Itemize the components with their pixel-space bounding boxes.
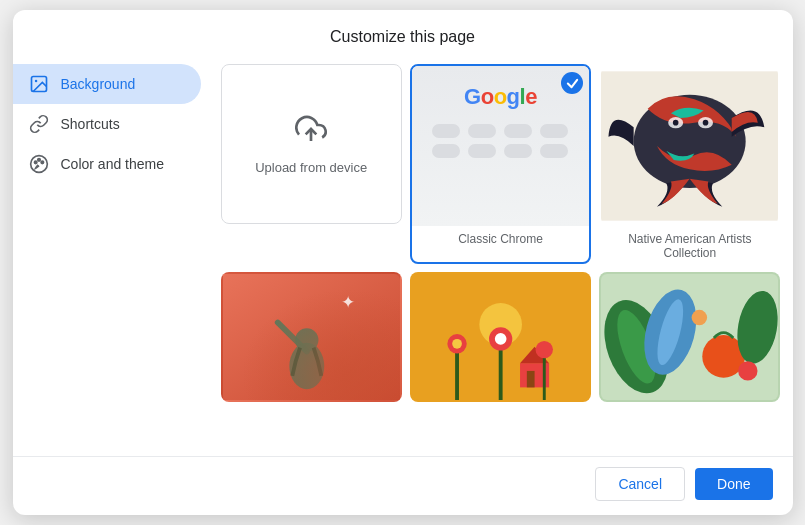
thumb-green-cell[interactable] (599, 272, 780, 402)
svg-point-25 (495, 333, 507, 345)
shortcut-dots (424, 124, 577, 158)
background-grid: Upload from device Google (221, 64, 781, 402)
selected-check-badge (561, 72, 583, 94)
upload-icon (295, 113, 327, 152)
svg-point-11 (673, 120, 679, 126)
native-american-label: Native American Artists Collection (601, 226, 778, 262)
thumb-salmon-cell[interactable]: ✦ (221, 272, 402, 402)
svg-point-39 (738, 361, 757, 380)
image-icon (29, 74, 49, 94)
svg-point-12 (703, 120, 709, 126)
svg-line-17 (277, 322, 306, 351)
classic-chrome-cell[interactable]: Google Classic Chrome (410, 64, 591, 264)
svg-point-16 (295, 328, 318, 351)
thumb-yellow-cell[interactable] (410, 272, 591, 402)
native-american-cell[interactable]: Native American Artists Collection (599, 64, 780, 264)
palette-icon (29, 154, 49, 174)
native-american-artwork (601, 66, 778, 226)
svg-point-38 (692, 310, 708, 326)
dialog-footer: Cancel Done (13, 456, 793, 515)
main-content: Upload from device Google (213, 56, 793, 456)
svg-point-30 (535, 341, 552, 358)
svg-point-4 (37, 159, 40, 162)
cancel-button[interactable]: Cancel (595, 467, 685, 501)
sidebar-item-color-theme-label: Color and theme (61, 156, 165, 172)
sidebar-item-shortcuts[interactable]: Shortcuts (13, 104, 201, 144)
dialog-body: Background Shortcuts Color and theme (13, 56, 793, 456)
sidebar-item-color-theme[interactable]: Color and theme (13, 144, 201, 184)
svg-text:✦: ✦ (340, 292, 354, 312)
svg-point-1 (34, 80, 37, 83)
svg-point-22 (452, 339, 462, 349)
svg-point-15 (289, 343, 324, 390)
done-button[interactable]: Done (695, 468, 772, 500)
upload-label: Upload from device (255, 160, 367, 175)
sidebar: Background Shortcuts Color and theme (13, 56, 213, 456)
customize-dialog: Customize this page Background Shortcuts (13, 10, 793, 515)
svg-rect-13 (223, 274, 400, 400)
svg-point-3 (34, 161, 37, 164)
upload-cell[interactable]: Upload from device (221, 64, 402, 264)
sidebar-item-background-label: Background (61, 76, 136, 92)
svg-point-5 (41, 161, 44, 164)
link-icon (29, 114, 49, 134)
classic-chrome-label: Classic Chrome (412, 226, 589, 248)
google-logo: Google (464, 84, 537, 110)
dialog-title: Customize this page (13, 10, 793, 56)
sidebar-item-shortcuts-label: Shortcuts (61, 116, 120, 132)
sidebar-item-background[interactable]: Background (13, 64, 201, 104)
svg-rect-28 (527, 371, 535, 387)
